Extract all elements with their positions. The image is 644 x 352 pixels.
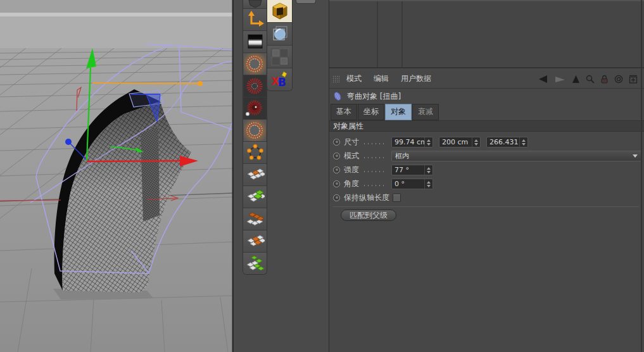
field-row-strength: 强度 77 ° [333, 165, 639, 175]
gradient-icon[interactable] [243, 31, 267, 53]
search-icon[interactable] [586, 75, 595, 84]
panel-divider[interactable] [377, 1, 378, 67]
stage-greens-icon[interactable] [243, 253, 267, 274]
falloff-ring-icon[interactable] [243, 53, 267, 75]
dotted-leader [364, 143, 387, 144]
falloff-solid-icon[interactable] [243, 97, 267, 120]
field-label: 模式 [344, 151, 364, 161]
angle-input[interactable]: 0 ° [391, 179, 433, 189]
add-panel-icon[interactable] [629, 75, 638, 84]
bend-object-icon [332, 91, 343, 101]
section-title: 对象属性 [329, 121, 363, 132]
section-header: 对象属性 [329, 120, 644, 132]
field-row-keep-axis: 保持纵轴长度 [333, 192, 639, 203]
checker-pattern-icon[interactable] [267, 46, 292, 68]
field-label: 尺寸 [344, 137, 364, 148]
strength-input[interactable]: 77 ° [391, 165, 433, 175]
attribute-manager: 模式 编辑 用户数据 [329, 0, 644, 352]
panel-divider[interactable] [401, 1, 403, 67]
target-icon[interactable] [614, 75, 623, 84]
menu-mode[interactable]: 模式 [346, 73, 362, 84]
viewport-3d[interactable] [0, 0, 233, 352]
dense-mesh-strip [141, 127, 160, 222]
field-row-size: 尺寸 99.74 cm 200 cm 266.431 c [333, 137, 639, 147]
object-title: 弯曲对象 [扭曲] [347, 91, 401, 102]
falloff-spokes-icon[interactable] [243, 75, 267, 97]
deformer-toolbar [243, 0, 267, 275]
stage-two-orange-icon[interactable] [243, 230, 267, 253]
glass-sphere-icon[interactable] [267, 23, 292, 46]
fit-to-parent-button[interactable]: 匹配到父级 [341, 210, 396, 221]
tab-falloff[interactable]: 衰减 [412, 104, 439, 120]
size-z-input[interactable]: 266.431 c [486, 137, 528, 148]
kerning-xb-icon[interactable]: X B [267, 68, 292, 91]
cinema4d-window: X B 模式 编辑 用户数据 [0, 0, 644, 352]
chevron-down-icon [633, 154, 638, 158]
stepper[interactable] [472, 137, 480, 147]
separator [333, 206, 639, 207]
stage-green-icon[interactable] [243, 186, 267, 208]
object-title-row: 弯曲对象 [扭曲] [332, 89, 401, 103]
keyframe-circle-icon[interactable] [333, 194, 340, 201]
menu-edit[interactable]: 编辑 [374, 73, 389, 84]
size-y-input[interactable]: 200 cm [439, 137, 481, 148]
mode-dropdown[interactable]: 框内 [391, 151, 642, 161]
collapsed-panel-tab[interactable] [296, 0, 316, 4]
falloff-ring2-icon[interactable] [243, 120, 267, 142]
keyframe-circle-icon[interactable] [333, 139, 340, 146]
back-icon[interactable] [538, 75, 548, 84]
stepper[interactable] [519, 137, 527, 147]
spline-polygon-icon[interactable] [243, 142, 267, 164]
field-row-angle: 角度 0 ° [333, 179, 639, 189]
field-label: 保持纵轴长度 [344, 192, 389, 203]
up-icon[interactable] [572, 75, 580, 84]
material-palette: X B [267, 0, 293, 91]
dotted-leader [364, 185, 387, 186]
keep-axis-checkbox[interactable] [393, 194, 401, 202]
stage-three-orange-icon[interactable] [243, 208, 267, 230]
tab-basic[interactable]: 基本 [331, 104, 357, 120]
svg-text:B: B [278, 76, 286, 89]
toolbar-strip: X B [233, 0, 329, 352]
field-label: 角度 [344, 179, 364, 189]
stepper[interactable] [424, 137, 432, 147]
field-label: 强度 [344, 165, 364, 175]
forward-icon[interactable] [554, 75, 566, 84]
stage-orange-center-icon[interactable] [243, 164, 267, 186]
keyframe-circle-icon[interactable] [333, 153, 340, 160]
lock-icon[interactable] [600, 75, 609, 84]
tab-coordinates[interactable]: 坐标 [358, 104, 384, 120]
empty-panel-area [329, 0, 644, 68]
viewport-sky [0, 0, 233, 48]
keyframe-circle-icon[interactable] [333, 167, 340, 173]
attribute-menubar: 模式 编辑 用户数据 [329, 70, 644, 89]
dotted-leader [364, 171, 387, 172]
field-row-mode: 模式 框内 [333, 151, 639, 161]
dotted-leader [364, 157, 387, 158]
polygon-tool-icon[interactable] [243, 0, 267, 9]
size-x-input[interactable]: 99.74 cm [391, 137, 433, 148]
tab-object[interactable]: 对象 [385, 104, 412, 120]
axis-icon[interactable] [243, 9, 267, 31]
stepper[interactable] [424, 179, 432, 189]
gold-cube-icon[interactable] [267, 0, 292, 23]
keyframe-circle-icon[interactable] [333, 180, 340, 187]
tab-bar: 基本 坐标 对象 衰减 [331, 104, 439, 120]
menu-userdata[interactable]: 用户数据 [401, 73, 431, 84]
stepper[interactable] [424, 165, 432, 175]
panel-grip-icon[interactable] [332, 75, 341, 82]
